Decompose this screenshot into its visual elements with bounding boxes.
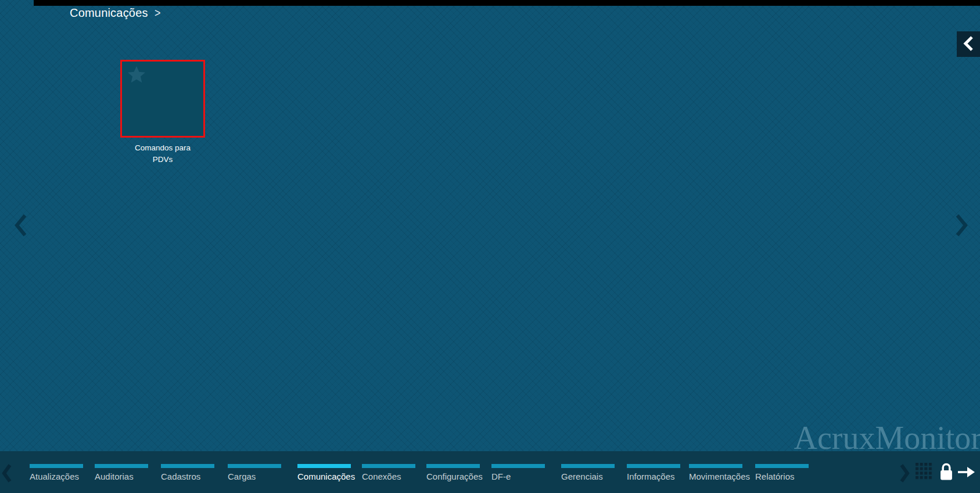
menu-item-comunicacoes[interactable]: Comunicações [297, 464, 355, 481]
menu-item-label: Atualizações [30, 472, 83, 481]
menu-accent-bar [627, 464, 680, 468]
chevron-left-icon [963, 36, 974, 53]
menu-accent-bar [491, 464, 545, 468]
menu-scroll-left-button[interactable] [1, 464, 12, 483]
menu-accent-bar [297, 464, 351, 468]
menu-accent-bar [30, 464, 83, 468]
menu-item-label: Gerenciais [561, 472, 615, 481]
menu-item-relatorios[interactable]: Relatórios [755, 464, 809, 481]
apps-grid-icon[interactable] [916, 463, 933, 482]
menu-item-label: Relatórios [755, 472, 809, 481]
menu-item-label: Informações [627, 472, 680, 481]
menu-item-cargas[interactable]: Cargas [228, 464, 281, 481]
tile-comandos-para-pdvs[interactable] [120, 60, 205, 138]
menu-accent-bar [689, 464, 742, 468]
menu-item-label: Cargas [228, 472, 281, 481]
menu-accent-bar [362, 464, 415, 468]
menu-accent-bar [228, 464, 281, 468]
menu-item-atualizacoes[interactable]: Atualizações [30, 464, 83, 481]
menu-item-label: Configurações [426, 472, 483, 481]
collapse-panel-button[interactable] [957, 31, 980, 57]
menu-item-label: DF-e [491, 472, 545, 481]
menu-item-cadastros[interactable]: Cadastros [161, 464, 214, 481]
menu-item-label: Auditorias [95, 472, 148, 481]
chevron-right-icon [900, 476, 910, 484]
menu-item-label: Movimentações [689, 472, 750, 481]
chevron-left-icon [13, 214, 28, 237]
menu-accent-bar [561, 464, 615, 468]
menu-accent-bar [426, 464, 480, 468]
menu-item-movimentacoes[interactable]: Movimentações [689, 464, 750, 481]
bottom-menu-bar: Atualizações Auditorias Cadastros Cargas… [0, 451, 980, 493]
menu-accent-bar [95, 464, 148, 468]
page-next-button[interactable] [954, 214, 970, 237]
menu-accent-bar [161, 464, 214, 468]
menu-item-label: Conexões [362, 472, 415, 481]
menu-item-label: Cadastros [161, 472, 214, 481]
menu-item-label: Comunicações [297, 472, 355, 481]
menu-scroll-right-button[interactable] [900, 464, 910, 483]
favorite-star-icon[interactable] [125, 64, 148, 88]
menu-item-dfe[interactable]: DF-e [491, 464, 545, 481]
menu-item-gerenciais[interactable]: Gerenciais [561, 464, 615, 481]
breadcrumb[interactable]: Comunicações > [70, 6, 161, 20]
lock-icon[interactable] [938, 462, 954, 484]
breadcrumb-label: Comunicações [70, 6, 148, 20]
breadcrumb-chevron-icon: > [155, 6, 160, 20]
exit-arrow-icon[interactable] [957, 465, 976, 481]
page-prev-button[interactable] [13, 214, 28, 237]
chevron-right-icon [954, 214, 970, 237]
top-black-bar [34, 0, 980, 6]
acrux-monitor-screen: Comunicações > Comandos para PDVs AcruxM… [0, 0, 980, 493]
menu-item-auditorias[interactable]: Auditorias [95, 464, 148, 481]
menu-item-conexoes[interactable]: Conexões [362, 464, 415, 481]
chevron-left-icon [1, 476, 12, 484]
tile-label: Comandos para PDVs [130, 142, 195, 166]
menu-accent-bar [755, 464, 809, 468]
menu-item-configuracoes[interactable]: Configurações [426, 464, 483, 481]
menu-item-informacoes[interactable]: Informações [627, 464, 680, 481]
tile-group: Comandos para PDVs [120, 60, 205, 166]
